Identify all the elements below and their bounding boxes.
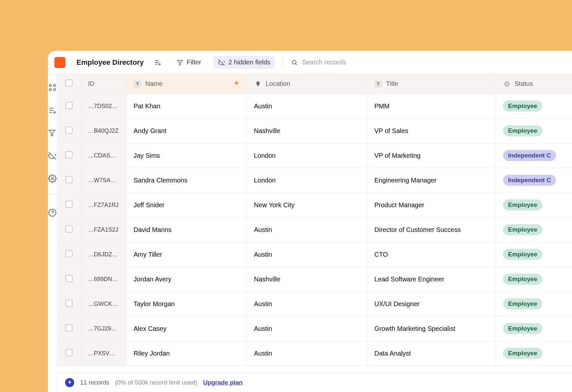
cell-id[interactable]: …7DS024R xyxy=(81,94,126,118)
cell-status[interactable]: Employee xyxy=(496,316,572,341)
table-row[interactable]: …7DS024RPat KhanAustinPMMEmployee xyxy=(57,94,572,118)
cell-status[interactable]: Independent C xyxy=(496,143,572,168)
cell-status[interactable]: Employee xyxy=(496,267,572,291)
row-select[interactable] xyxy=(57,193,81,217)
cell-status[interactable]: Employee xyxy=(496,118,572,143)
filter-button[interactable]: Filter xyxy=(172,56,206,69)
table-row[interactable]: …D6JDZHJAmy TillerAustinCTOEmployee xyxy=(57,242,572,267)
header-row: ID T Name xyxy=(57,74,572,94)
cell-location[interactable]: Austin xyxy=(247,341,367,366)
cell-name[interactable]: Taylor Morgan xyxy=(126,291,247,316)
cell-title[interactable]: VP of Sales xyxy=(367,118,496,143)
cell-title[interactable]: Director of Customer Success xyxy=(367,217,496,242)
cell-id[interactable]: …7GJ29PH xyxy=(81,316,126,341)
settings-icon[interactable] xyxy=(48,174,57,183)
table-row[interactable]: …GWCK09WTaylor MorganAustinUX/UI Designe… xyxy=(57,291,572,316)
cell-name[interactable]: David Manns xyxy=(126,217,247,242)
add-field-button[interactable] xyxy=(152,56,164,69)
table-row[interactable]: …PXSVZBMRiley JordanAustinData AnalystEm… xyxy=(57,341,572,366)
row-select[interactable] xyxy=(57,341,81,366)
cell-name[interactable]: Jay Sims xyxy=(126,143,247,168)
cell-location[interactable]: Austin xyxy=(247,316,367,341)
cell-name[interactable]: Riley Jordan xyxy=(126,341,247,366)
cell-id[interactable]: …699DN6R xyxy=(81,267,126,291)
cell-title[interactable]: Growth Marketing Specialist xyxy=(367,316,496,341)
cell-name[interactable]: Amy Tiller xyxy=(126,242,247,267)
search-input[interactable] xyxy=(302,59,432,66)
row-select[interactable] xyxy=(57,267,81,291)
views-icon[interactable] xyxy=(48,83,57,92)
cell-location[interactable]: Austin xyxy=(247,242,367,267)
upgrade-link[interactable]: Upgrade plan xyxy=(203,379,242,386)
column-header-title[interactable]: T Title xyxy=(367,74,496,94)
status-badge: Employee xyxy=(503,348,543,359)
cell-name[interactable]: Pat Khan xyxy=(126,94,247,118)
search-field[interactable] xyxy=(291,59,565,66)
cell-id[interactable]: …GWCK09W xyxy=(81,291,126,316)
cell-status[interactable]: Employee xyxy=(496,193,572,217)
cell-id[interactable]: …CDASKR3 xyxy=(81,143,126,168)
cell-id[interactable]: …D6JDZHJ xyxy=(81,242,126,267)
table-row[interactable]: …699DN6RJordan AveryNashvilleLead Softwa… xyxy=(57,267,572,291)
table-row[interactable]: …FZA1S2JDavid MannsAustinDirector of Cus… xyxy=(57,217,572,242)
row-select[interactable] xyxy=(57,316,81,341)
row-select[interactable] xyxy=(57,217,81,242)
cell-name[interactable]: Andy Grant xyxy=(126,118,247,143)
row-select[interactable] xyxy=(57,94,81,118)
cell-status[interactable]: Employee xyxy=(496,291,572,316)
row-select[interactable] xyxy=(57,118,81,143)
cell-name[interactable]: Jeff Snider xyxy=(126,193,247,217)
row-select[interactable] xyxy=(57,242,81,267)
table-row[interactable]: …W7SA8E8Sandra ClemmonsLondonEngineering… xyxy=(57,168,572,193)
rail-filter-icon[interactable] xyxy=(48,129,57,137)
cell-id[interactable]: …W7SA8E8 xyxy=(81,168,126,193)
table-row[interactable]: …CDASKR3Jay SimsLondonVP of MarketingInd… xyxy=(57,143,572,168)
row-select[interactable] xyxy=(57,168,81,193)
cell-location[interactable]: Nashville xyxy=(247,118,367,143)
cell-location[interactable]: Austin xyxy=(247,217,367,242)
cell-location[interactable]: Austin xyxy=(247,291,367,316)
add-list-icon[interactable] xyxy=(48,106,57,115)
cell-id[interactable]: …FZ7A1RJ xyxy=(81,193,126,217)
table-row[interactable]: …B40QJ2ZAndy GrantNashvilleVP of SalesEm… xyxy=(57,118,572,143)
cell-id[interactable]: …PXSVZBM xyxy=(81,341,126,366)
cell-status[interactable]: Employee xyxy=(496,341,572,366)
cell-status[interactable]: Independent C xyxy=(496,168,572,193)
cell-title[interactable]: UX/UI Designer xyxy=(367,291,496,316)
cell-title[interactable]: VP of Marketing xyxy=(367,143,496,168)
cell-id[interactable]: …FZA1S2J xyxy=(81,217,126,242)
cell-name[interactable]: Jordan Avery xyxy=(126,267,247,291)
add-record-button[interactable]: + xyxy=(65,378,74,387)
row-select[interactable] xyxy=(57,291,81,316)
cell-title[interactable]: PMM xyxy=(367,94,496,118)
cell-status[interactable]: Employee xyxy=(496,242,572,267)
hidden-fields-button[interactable]: 2 hidden fields xyxy=(213,56,275,69)
column-header-location[interactable]: Location xyxy=(247,74,367,94)
column-header-name[interactable]: T Name xyxy=(126,74,247,94)
column-header-status[interactable]: Status xyxy=(496,74,572,94)
row-select[interactable] xyxy=(57,143,81,168)
cell-location[interactable]: Austin xyxy=(247,94,367,118)
cell-title[interactable]: Lead Software Engineer xyxy=(367,267,496,291)
cell-id[interactable]: …B40QJ2Z xyxy=(81,118,126,143)
table-row[interactable]: …7GJ29PHAlex CaseyAustinGrowth Marketing… xyxy=(57,316,572,341)
help-icon[interactable] xyxy=(48,209,57,217)
cell-location[interactable]: New York City xyxy=(247,193,367,217)
cell-title[interactable]: CTO xyxy=(367,242,496,267)
cell-location[interactable]: Nashville xyxy=(247,267,367,291)
cell-title[interactable]: Engineering Manager xyxy=(367,168,496,193)
rail-eye-off-icon[interactable] xyxy=(48,152,57,160)
header-select-all[interactable] xyxy=(57,74,81,94)
cell-title[interactable]: Product Manager xyxy=(367,193,496,217)
table-row[interactable]: …FZ7A1RJJeff SniderNew York CityProduct … xyxy=(57,193,572,217)
column-header-id[interactable]: ID xyxy=(81,74,126,94)
cell-name[interactable]: Sandra Clemmons xyxy=(126,168,247,193)
cell-location[interactable]: London xyxy=(247,168,367,193)
status-badge: Employee xyxy=(503,323,543,334)
brand-logo[interactable] xyxy=(54,57,65,68)
cell-location[interactable]: London xyxy=(247,143,367,168)
cell-status[interactable]: Employee xyxy=(496,217,572,242)
cell-title[interactable]: Data Analyst xyxy=(367,341,496,366)
cell-status[interactable]: Employee xyxy=(496,94,572,118)
cell-name[interactable]: Alex Casey xyxy=(126,316,247,341)
